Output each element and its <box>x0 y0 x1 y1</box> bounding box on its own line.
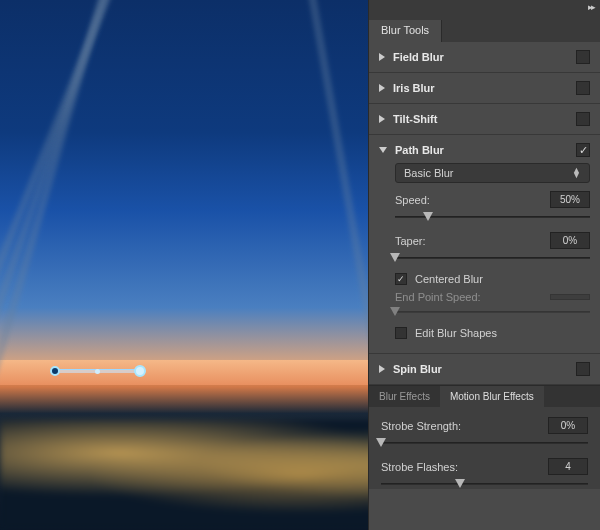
strobe-flashes-slider[interactable] <box>381 479 588 489</box>
strobe-flashes-thumb[interactable] <box>455 479 465 488</box>
spin-blur-checkbox[interactable] <box>576 362 590 376</box>
collapse-panel-icon[interactable]: ▸▸ <box>588 2 594 12</box>
centered-blur-label: Centered Blur <box>415 273 483 285</box>
end-point-speed-control: End Point Speed: <box>395 291 590 317</box>
panel-tabs: Blur Tools <box>369 20 600 42</box>
tilt-shift-label: Tilt-Shift <box>393 113 437 125</box>
path-blur-checkbox[interactable] <box>576 143 590 157</box>
strobe-strength-slider[interactable] <box>381 438 588 448</box>
blur-path-end-node[interactable] <box>134 365 146 377</box>
spin-blur-label: Spin Blur <box>393 363 442 375</box>
edit-blur-shapes-checkbox[interactable] <box>395 327 407 339</box>
strobe-flashes-control: Strobe Flashes: 4 <box>381 458 588 489</box>
speed-slider[interactable] <box>395 212 590 222</box>
strobe-strength-control: Strobe Strength: 0% <box>381 417 588 448</box>
panel-header: ▸▸ <box>369 0 600 20</box>
end-point-speed-slider <box>395 307 590 317</box>
section-iris-blur[interactable]: Iris Blur <box>369 73 600 104</box>
end-point-speed-label: End Point Speed: <box>395 291 481 303</box>
strobe-strength-label: Strobe Strength: <box>381 420 461 432</box>
section-spin-blur[interactable]: Spin Blur <box>369 354 600 385</box>
taper-slider[interactable] <box>395 253 590 263</box>
tab-blur-effects[interactable]: Blur Effects <box>369 386 440 407</box>
iris-blur-checkbox[interactable] <box>576 81 590 95</box>
blur-path-mid-node[interactable] <box>95 369 100 374</box>
blur-tools-panel: ▸▸ Blur Tools Field Blur Iris Blur Tilt-… <box>368 0 600 530</box>
end-point-speed-value <box>550 294 590 300</box>
centered-blur-checkbox[interactable] <box>395 273 407 285</box>
strobe-flashes-label: Strobe Flashes: <box>381 461 458 473</box>
disclosure-right-icon <box>379 84 385 92</box>
path-blur-header[interactable]: Path Blur <box>379 144 444 156</box>
section-field-blur[interactable]: Field Blur <box>369 42 600 73</box>
taper-value-input[interactable]: 0% <box>550 232 590 249</box>
effects-subpanel: Blur Effects Motion Blur Effects Strobe … <box>369 385 600 489</box>
disclosure-right-icon <box>379 365 385 373</box>
section-path-blur: Path Blur Basic Blur ▲▼ Speed: 50% <box>369 135 600 354</box>
speed-slider-thumb[interactable] <box>423 212 433 221</box>
tab-blur-tools[interactable]: Blur Tools <box>369 20 442 42</box>
blur-path-start-node[interactable] <box>50 366 60 376</box>
speed-label: Speed: <box>395 194 430 206</box>
disclosure-right-icon <box>379 115 385 123</box>
end-point-speed-thumb <box>390 307 400 316</box>
centered-blur-option[interactable]: Centered Blur <box>395 273 590 285</box>
speed-value-input[interactable]: 50% <box>550 191 590 208</box>
taper-control: Taper: 0% <box>395 232 590 263</box>
edit-blur-shapes-option[interactable]: Edit Blur Shapes <box>395 327 590 339</box>
edit-blur-shapes-label: Edit Blur Shapes <box>415 327 497 339</box>
path-blur-mode-value: Basic Blur <box>404 167 454 179</box>
tilt-shift-checkbox[interactable] <box>576 112 590 126</box>
taper-slider-thumb[interactable] <box>390 253 400 262</box>
section-tilt-shift[interactable]: Tilt-Shift <box>369 104 600 135</box>
tab-motion-blur-effects[interactable]: Motion Blur Effects <box>440 386 544 407</box>
strobe-flashes-value[interactable]: 4 <box>548 458 588 475</box>
strobe-strength-value[interactable]: 0% <box>548 417 588 434</box>
path-blur-mode-dropdown[interactable]: Basic Blur ▲▼ <box>395 163 590 183</box>
disclosure-down-icon <box>379 147 387 153</box>
strobe-strength-thumb[interactable] <box>376 438 386 447</box>
field-blur-label: Field Blur <box>393 51 444 63</box>
speed-control: Speed: 50% <box>395 191 590 222</box>
dropdown-arrows-icon: ▲▼ <box>572 168 581 178</box>
disclosure-right-icon <box>379 53 385 61</box>
path-blur-label: Path Blur <box>395 144 444 156</box>
taper-label: Taper: <box>395 235 426 247</box>
iris-blur-label: Iris Blur <box>393 82 435 94</box>
field-blur-checkbox[interactable] <box>576 50 590 64</box>
